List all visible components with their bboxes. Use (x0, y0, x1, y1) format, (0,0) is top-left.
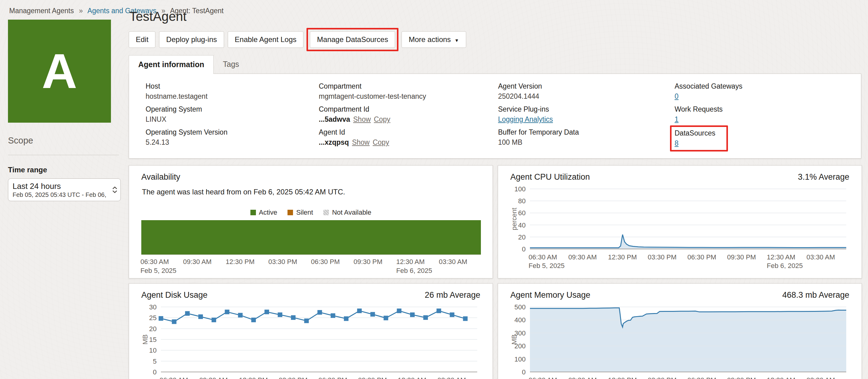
svg-text:03:30 PM: 03:30 PM (648, 253, 676, 261)
main-content: TestAgent Edit Deploy plug-ins Enable Ag… (129, 9, 861, 379)
memory-chart: 010020030040050006:30 AMFeb 5, 202509:30… (510, 302, 850, 379)
copy-link[interactable]: Copy (373, 138, 389, 146)
time-range-label: Time range (8, 166, 122, 174)
svg-text:Feb 6, 2025: Feb 6, 2025 (767, 262, 803, 269)
availability-legend: Active Silent Not Available (141, 208, 480, 216)
charts-grid: Availability The agent was last heard fr… (129, 165, 861, 379)
cpu-average-value: 3.1% Average (798, 172, 849, 182)
svg-text:06:30 AM: 06:30 AM (160, 376, 188, 379)
field-buffer-temporary-data: Buffer for Temporary Data 100 MB (498, 128, 675, 151)
availability-axis-tick: 06:30 PM (311, 257, 340, 266)
svg-text:5: 5 (153, 357, 157, 365)
logging-analytics-link[interactable]: Logging Analytics (498, 115, 553, 123)
chevron-down-icon: ▼ (455, 38, 459, 43)
svg-text:500: 500 (514, 303, 526, 311)
availability-axis: 06:30 AMFeb 5, 202509:30 AM12:30 PM03:30… (141, 255, 481, 274)
cpu-chart: 02040608010006:30 AMFeb 5, 202509:30 AM1… (510, 184, 850, 269)
availability-axis-tick: 09:30 PM (354, 257, 382, 266)
manage-datasources-button[interactable]: Manage DataSources (310, 31, 395, 48)
time-range-select[interactable]: Last 24 hours Feb 05, 2025 05:43 UTC - F… (8, 178, 121, 201)
svg-text:MB: MB (141, 334, 149, 345)
availability-note: The agent was last heard from on Feb 6, … (142, 188, 480, 196)
annotation-box-datasources: DataSources 8 (670, 125, 728, 151)
svg-text:20: 20 (518, 233, 526, 241)
svg-text:09:30 AM: 09:30 AM (568, 253, 597, 261)
field-operating-system-version: Operating System Version 5.24.13 (146, 128, 319, 151)
svg-text:25: 25 (149, 314, 157, 322)
field-compartment-id: Compartment Id ...5adwvaShowCopy (319, 105, 498, 123)
svg-text:0: 0 (522, 368, 526, 376)
svg-text:06:30 PM: 06:30 PM (687, 376, 716, 379)
svg-text:400: 400 (514, 316, 526, 324)
scope-heading: Scope (8, 136, 122, 146)
svg-text:12:30 AM: 12:30 AM (398, 376, 426, 379)
availability-axis-tick: 09:30 AM (183, 257, 212, 266)
svg-text:12:30 AM: 12:30 AM (767, 253, 795, 261)
tab-bar: Agent information Tags (129, 55, 861, 74)
agent-information-grid: Host hostname.testagent Operating System… (146, 82, 844, 156)
active-swatch-icon (250, 210, 256, 215)
svg-text:0: 0 (522, 245, 526, 253)
breadcrumb-separator: » (79, 7, 83, 15)
svg-text:MB: MB (510, 334, 518, 345)
edit-button[interactable]: Edit (129, 31, 155, 48)
work-requests-link[interactable]: 1 (675, 115, 679, 123)
cpu-chart-title: Agent CPU Utilization (510, 172, 590, 182)
svg-text:03:30 AM: 03:30 AM (806, 253, 835, 261)
sidebar-divider (8, 155, 119, 155)
svg-text:03:30 AM: 03:30 AM (437, 376, 466, 379)
availability-title: Availability (141, 172, 180, 182)
svg-text:60: 60 (518, 209, 526, 217)
cpu-utilization-card: Agent CPU Utilization 3.1% Average 02040… (498, 165, 862, 279)
svg-text:40: 40 (518, 222, 526, 229)
availability-axis-tick: 12:30 PM (225, 257, 254, 266)
svg-text:03:30 PM: 03:30 PM (648, 376, 676, 379)
field-operating-system: Operating System LINUX (146, 105, 319, 123)
associated-gateways-link[interactable]: 0 (675, 92, 679, 100)
availability-axis-tick: 03:30 PM (268, 257, 297, 266)
svg-text:Feb 5, 2025: Feb 5, 2025 (529, 262, 564, 269)
enable-agent-logs-button[interactable]: Enable Agent Logs (228, 31, 304, 48)
field-host: Host hostname.testagent (146, 82, 319, 100)
svg-text:100: 100 (514, 355, 526, 363)
sidebar: A Scope Time range Last 24 hours Feb 05,… (8, 20, 122, 201)
availability-card: Availability The agent was last heard fr… (129, 165, 493, 279)
time-range-value: Last 24 hours (12, 181, 108, 191)
field-compartment: Compartment mgmtagent-customer-test-tena… (319, 82, 498, 100)
svg-text:06:30 AM: 06:30 AM (529, 376, 557, 379)
svg-text:09:30 PM: 09:30 PM (358, 376, 387, 379)
svg-text:percent: percent (510, 208, 518, 230)
chevron-up-down-icon[interactable] (112, 186, 117, 193)
svg-text:06:30 AM: 06:30 AM (529, 253, 557, 261)
svg-text:10: 10 (149, 347, 157, 354)
svg-text:15: 15 (149, 336, 157, 344)
tab-tags[interactable]: Tags (214, 55, 248, 74)
deploy-plugins-button[interactable]: Deploy plug-ins (159, 31, 224, 48)
svg-text:12:30 PM: 12:30 PM (239, 376, 268, 379)
svg-text:12:30 PM: 12:30 PM (608, 376, 637, 379)
datasources-link[interactable]: 8 (675, 139, 679, 147)
avatar: A (8, 20, 111, 123)
tab-agent-information[interactable]: Agent information (129, 55, 214, 74)
memory-chart-title: Agent Memory Usage (510, 290, 590, 300)
field-agent-version: Agent Version 250204.1444 (498, 82, 675, 100)
show-link[interactable]: Show (353, 115, 371, 123)
field-service-plugins: Service Plug-ins Logging Analytics (498, 105, 675, 123)
svg-text:12:30 AM: 12:30 AM (767, 376, 795, 379)
legend-item-silent: Silent (287, 208, 313, 216)
copy-link[interactable]: Copy (374, 115, 391, 123)
legend-item-not-available: Not Available (323, 208, 371, 216)
annotation-box-manage-datasources: Manage DataSources (307, 28, 398, 51)
svg-text:09:30 AM: 09:30 AM (568, 376, 597, 379)
availability-axis-tick: 03:30 AM (439, 257, 467, 266)
svg-text:20: 20 (149, 325, 157, 333)
svg-text:09:30 AM: 09:30 AM (199, 376, 228, 379)
memory-average-value: 468.3 mb Average (782, 290, 849, 300)
more-actions-button[interactable]: More actions▼ (402, 31, 466, 48)
not-available-swatch-icon (323, 210, 329, 215)
silent-swatch-icon (287, 210, 293, 215)
svg-text:03:30 AM: 03:30 AM (806, 376, 835, 379)
breadcrumb-item: Management Agents (9, 7, 74, 15)
svg-text:09:30 PM: 09:30 PM (727, 253, 756, 261)
show-link[interactable]: Show (352, 138, 370, 146)
